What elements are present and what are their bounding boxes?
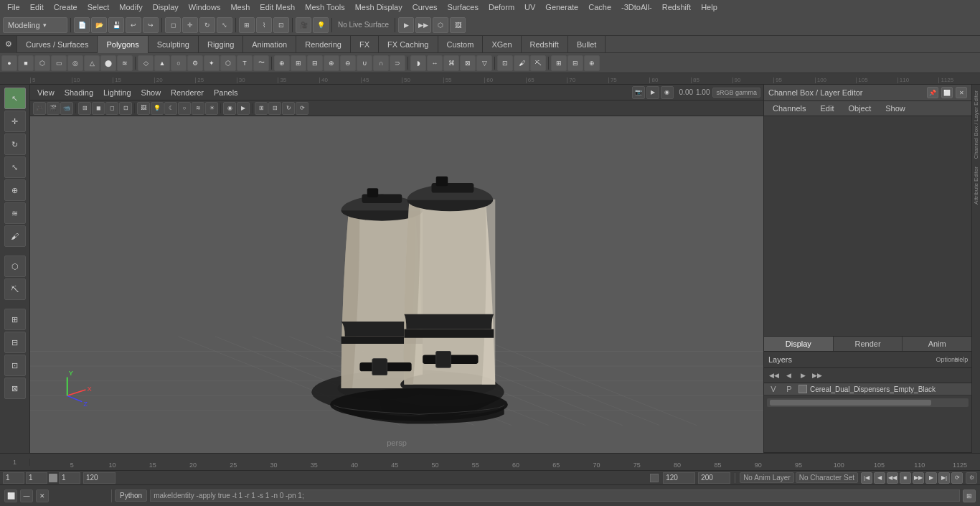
smooth-btn[interactable]: ◗ <box>410 55 426 71</box>
anim-settings-btn[interactable]: ⚙ <box>966 472 977 484</box>
poly-prism-btn[interactable]: ◇ <box>138 55 154 71</box>
tab-redshift[interactable]: Redshift <box>522 36 568 53</box>
snap-grid-btn[interactable]: ⊞ <box>239 17 255 33</box>
cb-pin-btn[interactable]: 📌 <box>927 87 938 98</box>
select-btn[interactable]: ◻ <box>165 17 181 33</box>
ao-btn[interactable]: ○ <box>178 102 191 115</box>
range-start-input[interactable] <box>83 472 116 484</box>
tab-sculpting[interactable]: Sculpting <box>149 36 199 53</box>
remesh-btn[interactable]: ⌘ <box>443 55 459 71</box>
paint-btn[interactable]: 🖌 <box>4 225 26 247</box>
menu-file[interactable]: File <box>3 2 24 12</box>
loop-btn[interactable]: ⟳ <box>951 472 963 484</box>
poly-cylinder-btn[interactable]: ⬡ <box>34 55 50 71</box>
mode-dropdown[interactable]: Modeling ▾ <box>3 17 67 33</box>
move-btn[interactable]: ✛ <box>182 17 198 33</box>
dra-anim-tab[interactable]: Anim <box>903 337 971 351</box>
combine-btn[interactable]: ⊕ <box>324 55 339 71</box>
frame-field2[interactable] <box>26 472 47 484</box>
layer-next2-icon[interactable]: ▶▶ <box>811 370 823 381</box>
open-btn[interactable]: 📂 <box>91 17 107 33</box>
tab-fx-caching[interactable]: FX Caching <box>379 36 438 53</box>
cycle-btn[interactable]: ↻ <box>282 102 295 115</box>
tab-fx[interactable]: FX <box>351 36 379 53</box>
poly-type-btn[interactable]: T <box>237 55 253 71</box>
isolate-sel-btn[interactable]: ◉ <box>223 102 236 115</box>
menu-edit-mesh[interactable]: Edit Mesh <box>255 2 299 12</box>
light-vp-btn[interactable]: 💡 <box>151 102 164 115</box>
boolean-union-btn[interactable]: ∪ <box>357 55 372 71</box>
menu-mesh[interactable]: Mesh <box>226 2 254 12</box>
show-manip-btn[interactable]: ⊞ <box>4 309 26 330</box>
tab-polygons[interactable]: Polygons <box>98 36 148 53</box>
menu-surfaces[interactable]: Surfaces <box>443 2 483 12</box>
render-btn[interactable]: ▶ <box>398 17 414 33</box>
menu-help[interactable]: Help <box>697 2 722 12</box>
settings-icon[interactable]: ⚙ <box>0 36 17 53</box>
next-key-btn[interactable]: ▶| <box>938 472 950 484</box>
tab-rendering[interactable]: Rendering <box>296 36 351 53</box>
poly-cube-btn[interactable]: ■ <box>18 55 34 71</box>
poly-disk-btn[interactable]: ⬤ <box>100 55 116 71</box>
vp-menu-view[interactable]: View <box>33 88 59 98</box>
poly-soccer-btn[interactable]: ✦ <box>204 55 220 71</box>
win-close-btn[interactable]: ✕ <box>36 489 49 502</box>
tab-xgen[interactable]: XGen <box>483 36 521 53</box>
video-icon[interactable]: 📹 <box>60 102 73 115</box>
menu-curves[interactable]: Curves <box>408 2 442 12</box>
menu-cache[interactable]: Cache <box>584 2 616 12</box>
menu-windows[interactable]: Windows <box>184 2 225 12</box>
timeline-numbers[interactable]: 5 10 15 20 25 30 35 40 45 50 55 60 65 70… <box>30 454 980 470</box>
snap-curve-btn[interactable]: ⌇ <box>256 17 272 33</box>
vp-menu-panels[interactable]: Panels <box>209 88 242 98</box>
planar-map-btn[interactable]: ⊕ <box>584 55 600 71</box>
tab-rigging[interactable]: Rigging <box>199 36 243 53</box>
ch-tab-edit[interactable]: Edit <box>814 103 839 114</box>
prev-frame-btn[interactable]: ◀ <box>874 472 885 484</box>
wireframe-btn[interactable]: ⊞ <box>78 102 91 115</box>
layer-prev2-icon[interactable]: ◀ <box>783 370 794 381</box>
dra-render-tab[interactable]: Render <box>834 337 903 351</box>
poly-svgcurve-btn[interactable]: 〜 <box>253 55 269 71</box>
playblast2-btn[interactable]: ▶ <box>237 102 250 115</box>
new-file-btn[interactable]: 📄 <box>74 17 90 33</box>
grid2-btn[interactable]: ⊞ <box>255 102 268 115</box>
rotate-tool-btn[interactable]: ↻ <box>4 133 26 155</box>
light-btn[interactable]: 💡 <box>313 17 329 33</box>
append-poly-btn[interactable]: ⊟ <box>307 55 323 71</box>
refresh-btn[interactable]: ⟳ <box>296 102 308 115</box>
next-frame-btn[interactable]: ▶ <box>925 472 937 484</box>
uv-btn[interactable]: ⊡ <box>119 102 132 115</box>
menu-redshift[interactable]: Redshift <box>658 2 695 12</box>
move-tool-btn[interactable]: ✛ <box>4 111 26 132</box>
vp-menu-show[interactable]: Show <box>137 88 166 98</box>
command-display[interactable]: makeIdentity -apply true -t 1 -r 1 -s 1 … <box>150 489 960 502</box>
stop-btn[interactable]: ■ <box>900 472 911 484</box>
camera-btn[interactable]: 🎥 <box>296 17 311 33</box>
ipr-btn[interactable]: ⬡ <box>433 17 448 33</box>
mirror-btn[interactable]: ↔ <box>427 55 443 71</box>
select-tool-btn[interactable]: ↖ <box>4 88 26 109</box>
tab-curves-surfaces[interactable]: Curves / Surfaces <box>17 36 98 53</box>
universal-tool-btn[interactable]: ⊕ <box>4 179 26 201</box>
ch-tab-object[interactable]: Object <box>842 103 877 114</box>
hscroll-thumb[interactable] <box>770 400 931 406</box>
range-end-input[interactable] <box>663 472 695 484</box>
side-tab-attribute-editor[interactable]: Attribute Editor <box>973 164 979 207</box>
vp-menu-renderer[interactable]: Renderer <box>166 88 208 98</box>
snap-btn[interactable]: ⊡ <box>4 355 26 376</box>
menu-modify[interactable]: Modify <box>115 2 146 12</box>
sculpt-btn[interactable]: ⛏ <box>530 55 546 71</box>
grid-btn[interactable]: ⊟ <box>4 332 26 353</box>
camera-icon-btn[interactable]: 📷 <box>632 86 645 99</box>
poly-pyramid-btn[interactable]: ▲ <box>154 55 170 71</box>
playback-end-input[interactable] <box>698 472 730 484</box>
hud-btn[interactable]: ⊟ <box>268 102 281 115</box>
menu-edit[interactable]: Edit <box>26 2 48 12</box>
layers-options[interactable]: Options <box>941 354 953 365</box>
menu-display[interactable]: Display <box>149 2 183 12</box>
shaded-btn[interactable]: ◼ <box>92 102 105 115</box>
layer-visibility-btn[interactable]: V <box>767 385 780 393</box>
no-anim-layer-dropdown[interactable]: No Anim Layer <box>740 472 794 483</box>
layer-playback-btn[interactable]: P <box>783 385 796 393</box>
